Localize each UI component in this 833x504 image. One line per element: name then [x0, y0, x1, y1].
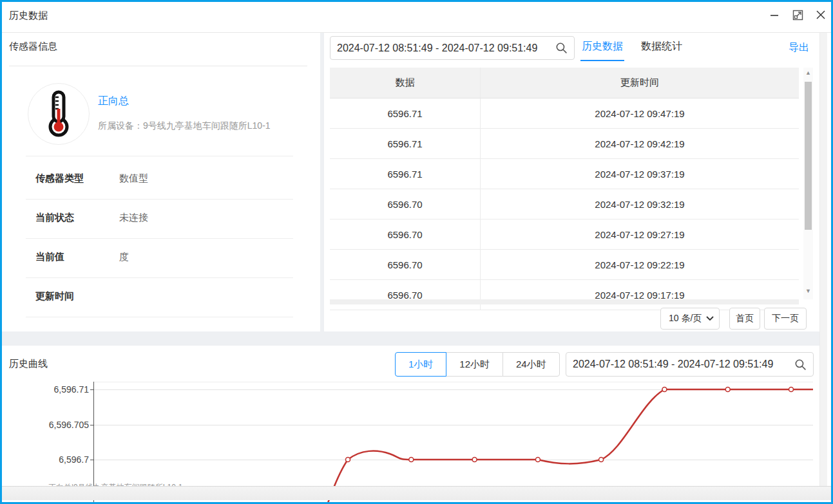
table-hscroll-strip: [330, 299, 799, 304]
horizontal-scrollbar[interactable]: [0, 486, 833, 500]
search-icon[interactable]: [555, 42, 568, 54]
field-value: 度: [119, 251, 129, 263]
data-point[interactable]: [599, 458, 604, 462]
table-cell: 6596.71: [330, 129, 481, 159]
table-cell: 2024-07-12 09:27:19: [481, 219, 799, 250]
history-data-window: 历史数据 传感器信息: [0, 0, 833, 504]
table-cell: 2024-07-12 09:32:19: [481, 189, 799, 219]
table-row[interactable]: 6596.702024-07-12 09:27:19: [330, 219, 799, 250]
range-24h-button[interactable]: 24小时: [503, 352, 560, 377]
sensor-device-info: 所属设备：9号线九亭基地车间跟随所L10-1: [98, 120, 271, 132]
table-row[interactable]: 6596.712024-07-12 09:47:19: [330, 98, 799, 129]
column-header-update-time: 更新时间: [481, 68, 799, 98]
table-cell: 6596.70: [330, 250, 481, 280]
curve-panel-title: 历史曲线: [9, 358, 48, 370]
scroll-down-icon[interactable]: ▼: [805, 288, 811, 294]
field-divider: [26, 238, 293, 239]
section-divider: [0, 331, 819, 346]
data-point[interactable]: [789, 387, 794, 392]
date-range-value: 2024-07-12 08:51:49 - 2024-07-12 09:51:4…: [337, 42, 555, 54]
data-point[interactable]: [409, 458, 414, 462]
table-row[interactable]: 6596.712024-07-12 09:42:19: [330, 129, 799, 159]
sensor-panel-title: 传感器信息: [9, 41, 57, 53]
table-cell: 2024-07-12 09:37:19: [481, 159, 799, 189]
tab-data-statistics[interactable]: 数据统计: [641, 40, 682, 56]
table-row[interactable]: 6596.702024-07-12 09:32:19: [330, 189, 799, 219]
range-12h-button[interactable]: 12小时: [446, 352, 503, 377]
field-label: 传感器类型: [35, 173, 84, 185]
field-divider: [26, 199, 293, 200]
curve-date-range-value: 2024-07-12 08:51:49 - 2024-07-12 09:51:4…: [573, 359, 794, 370]
time-range-group: 1小时12小时24小时: [395, 352, 560, 377]
data-point[interactable]: [472, 458, 477, 462]
restore-button[interactable]: [790, 8, 805, 22]
next-page-button[interactable]: 下一页: [764, 308, 807, 330]
chevron-down-icon: [706, 316, 714, 321]
field-divider: [26, 277, 293, 278]
column-header-data: 数据: [330, 68, 481, 98]
window-controls: [767, 8, 828, 22]
table-row[interactable]: 6596.702024-07-12 09:17:19: [330, 280, 799, 310]
data-point[interactable]: [662, 387, 667, 392]
scroll-up-icon[interactable]: ▲: [805, 70, 811, 76]
sensor-title-divider: [9, 66, 307, 66]
sensor-name[interactable]: 正向总: [98, 95, 129, 108]
table-cell: 6596.70: [330, 280, 481, 310]
table-cell: 2024-07-12 09:42:19: [481, 129, 799, 159]
date-range-picker[interactable]: 2024-07-12 08:51:49 - 2024-07-12 09:51:4…: [330, 36, 575, 60]
panel-divider-vertical: [320, 33, 324, 331]
data-point[interactable]: [725, 387, 730, 392]
export-button[interactable]: 导出: [789, 41, 809, 55]
history-curve-line: [298, 389, 813, 502]
curve-date-range-picker[interactable]: 2024-07-12 08:51:49 - 2024-07-12 09:51:4…: [566, 352, 814, 377]
field-divider: [26, 156, 293, 156]
table-cell: 6596.71: [330, 159, 481, 189]
page-size-select[interactable]: 10 条/页: [660, 308, 720, 330]
field-divider: [26, 317, 293, 317]
table-cell: 2024-07-12 09:17:19: [481, 280, 799, 310]
titlebar-divider: [0, 32, 833, 33]
tab-history-data[interactable]: 历史数据: [582, 40, 623, 56]
field-label: 更新时间: [35, 290, 74, 303]
close-button[interactable]: [814, 8, 828, 22]
close-icon: [816, 10, 825, 19]
table-header: 数据 更新时间: [330, 68, 799, 98]
history-tabs: 历史数据数据统计: [582, 36, 682, 60]
data-point[interactable]: [346, 458, 350, 462]
table-scrollbar-thumb[interactable]: [805, 82, 812, 230]
table-cell: 6596.71: [330, 98, 481, 129]
page-size-value: 10 条/页: [669, 313, 706, 324]
field-value: 数值型: [119, 173, 148, 185]
table-cell: 2024-07-12 09:22:19: [481, 250, 799, 280]
restore-icon: [792, 10, 803, 21]
table-cell: 2024-07-12 09:47:19: [481, 98, 799, 129]
thermometer-icon: [41, 89, 76, 138]
table-cell: 6596.70: [330, 189, 481, 219]
history-data-table: 数据 更新时间 6596.712024-07-12 09:47:196596.7…: [330, 68, 799, 310]
minimize-button[interactable]: [767, 8, 781, 22]
table-cell: 6596.70: [330, 219, 481, 250]
field-value: 未连接: [119, 212, 148, 224]
data-point[interactable]: [535, 458, 540, 462]
field-label: 当前状态: [35, 212, 74, 224]
first-page-button[interactable]: 首页: [729, 308, 760, 330]
range-1h-button[interactable]: 1小时: [395, 352, 446, 377]
table-row[interactable]: 6596.712024-07-12 09:37:19: [330, 159, 799, 189]
search-icon[interactable]: [794, 359, 807, 371]
minimize-icon: [770, 10, 779, 19]
sensor-avatar: [28, 83, 90, 145]
table-row[interactable]: 6596.702024-07-12 09:22:19: [330, 250, 799, 280]
field-label: 当前值: [35, 251, 64, 263]
window-title: 历史数据: [9, 10, 48, 22]
